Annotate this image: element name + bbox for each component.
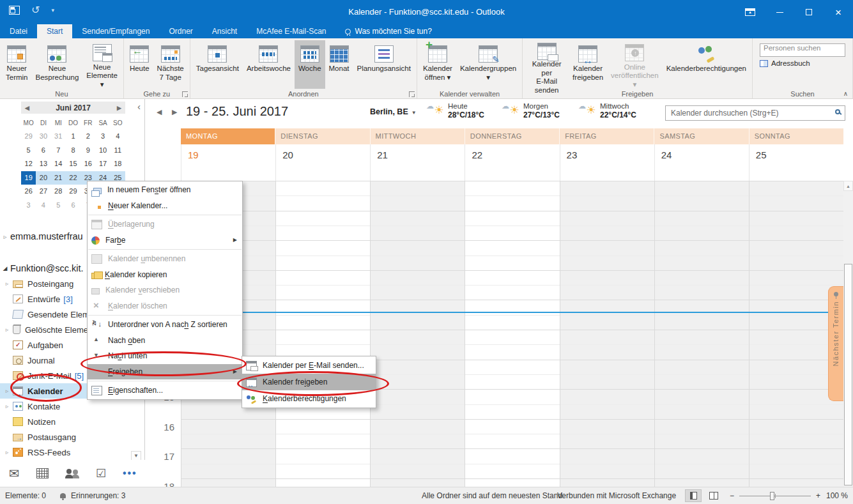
minical-day-1[interactable]: 1 [66, 130, 81, 144]
menu-item-unterordner-von-a-nach-z-sortieren[interactable]: Unterordner von A nach Z sortieren [88, 317, 242, 333]
day-view-button[interactable]: Tagesansicht [192, 40, 243, 89]
people-search-input[interactable]: Personen suchen [760, 43, 845, 57]
cal-share-button[interactable]: Kalender freigeben [569, 40, 607, 89]
day-number-25[interactable]: 25 [749, 144, 843, 181]
tab-ordner[interactable]: Ordner [159, 24, 202, 38]
tasks-nav-icon[interactable]: ☑ [96, 468, 106, 479]
minical-day-16[interactable]: 16 [81, 157, 95, 171]
minical-day-13[interactable]: 13 [36, 157, 50, 171]
close-button[interactable]: × [824, 0, 853, 24]
weather-wednesday[interactable]: ☁☀ Mittwoch22°C/14°C [578, 102, 636, 119]
day-number-24[interactable]: 24 [654, 144, 749, 181]
submenu-item-kalenderberechtigungen[interactable]: Kalenderberechtigungen [242, 390, 376, 407]
sidebar-item-postausgang[interactable]: Postausgang [0, 429, 145, 445]
new-appointment-button[interactable]: Neuer Termin [2, 40, 32, 89]
minical-day-9[interactable]: 9 [81, 144, 95, 158]
minical-day-19[interactable]: 19 [21, 171, 36, 185]
minical-day-5[interactable]: 5 [21, 144, 36, 158]
day-number-23[interactable]: 23 [560, 144, 654, 181]
menu-item-freigeben[interactable]: Freigeben▶ [88, 364, 242, 380]
zoom-out-button[interactable]: − [730, 491, 734, 500]
open-cal-button[interactable]: Kalender öffnen ▾ [419, 40, 456, 89]
expander-icon[interactable]: ◢ [0, 265, 10, 271]
dialog-launcher-icon[interactable] [182, 91, 188, 97]
minical-day-17[interactable]: 17 [95, 157, 110, 171]
day-header-mittwoch[interactable]: MITTWOCH [370, 128, 465, 144]
zoom-level[interactable]: 100 % [826, 491, 848, 500]
tellme-box[interactable]: Was möchten Sie tun? [336, 24, 441, 38]
workweek-button[interactable]: Arbeitswoche [243, 40, 295, 89]
day-column-dienstag[interactable] [275, 181, 370, 487]
minical-day-30[interactable]: 30 [36, 130, 50, 144]
vertical-scrollbar[interactable]: ▲ [843, 181, 853, 487]
minical-day-4[interactable]: 4 [36, 199, 50, 213]
month-button[interactable]: Monat [325, 40, 353, 89]
day-header-montag[interactable]: MONTAG [181, 128, 275, 144]
minical-day-15[interactable]: 15 [66, 157, 81, 171]
expander-icon[interactable]: ▹ [3, 280, 12, 287]
address-book-button[interactable]: Adressbuch [760, 59, 845, 67]
cal-perms-button[interactable]: Kalenderberechtigungen [663, 40, 750, 89]
minical-day-29[interactable]: 29 [21, 130, 36, 144]
day-number-19[interactable]: 19 [181, 144, 275, 181]
calendar-nav-icon[interactable] [36, 468, 49, 478]
menu-item-in-neuem-fenster-öffnen[interactable]: In neuem Fenster öffnen [88, 182, 242, 198]
zoom-slider[interactable] [739, 496, 811, 496]
next-appointment-tab[interactable]: Nächster Termin [828, 286, 843, 401]
minical-day-22[interactable]: 22 [66, 171, 81, 185]
tab-datei[interactable]: Datei [0, 24, 37, 38]
minical-day-8[interactable]: 8 [66, 144, 81, 158]
prev-month-icon[interactable]: ◀ [25, 105, 29, 111]
mail-nav-icon[interactable]: ✉ [9, 466, 20, 481]
day-number-20[interactable]: 20 [275, 144, 370, 181]
minical-day-11[interactable]: 11 [111, 144, 125, 158]
menu-item-kalender-kopieren[interactable]: Kalender kopieren [88, 267, 242, 283]
minical-day-21[interactable]: 21 [51, 171, 66, 185]
cal-groups-button[interactable]: Kalendergruppen ▾ [456, 40, 520, 89]
minical-day-28[interactable]: 28 [51, 185, 66, 199]
next-week-icon[interactable]: ▶ [172, 108, 177, 116]
menu-item-nach-oben[interactable]: Nach oben [88, 333, 242, 349]
new-meeting-button[interactable]: Neue Besprechung [32, 40, 83, 89]
minical-day-18[interactable]: 18 [111, 157, 125, 171]
reading-view-button[interactable] [705, 489, 722, 502]
tab-ansicht[interactable]: Ansicht [203, 24, 247, 38]
expander-icon[interactable]: ▹ [3, 403, 12, 409]
collapse-ribbon-icon[interactable]: ∧ [843, 90, 848, 97]
zoom-in-button[interactable]: + [816, 491, 820, 500]
normal-view-button[interactable] [685, 489, 702, 502]
day-header-sonntag[interactable]: SONNTAG [749, 128, 843, 144]
minical-day-5[interactable]: 5 [51, 199, 66, 213]
submenu-item-kalender-per-e-mail-senden---[interactable]: Kalender per E-Mail senden... [242, 357, 376, 374]
menu-item-neuer-kalender---[interactable]: Neuer Kalender... [88, 198, 242, 214]
sidebar-item-notizen[interactable]: Notizen [0, 414, 145, 429]
expander-icon[interactable]: ▹ [3, 326, 12, 333]
minical-day-14[interactable]: 14 [51, 157, 66, 171]
minical-day-10[interactable]: 10 [95, 144, 110, 158]
search-icon[interactable] [835, 109, 840, 114]
scroll-up-icon[interactable]: ▲ [843, 181, 853, 191]
day-column-mittwoch[interactable] [370, 181, 465, 487]
calendar-search-input[interactable]: Kalender durchsuchen (Strg+E) [665, 105, 845, 121]
weather-location[interactable]: Berlin, BE▼ [370, 107, 417, 116]
expander-icon[interactable]: ▹ [3, 449, 12, 455]
menu-item-farbe[interactable]: Farbe▶ [88, 233, 242, 248]
next-month-icon[interactable]: ▶ [117, 105, 121, 111]
more-nav-icon[interactable]: ••• [123, 468, 137, 479]
dialog-launcher-icon[interactable] [409, 91, 415, 97]
day-number-21[interactable]: 21 [370, 144, 465, 181]
menu-item-eigenschaften---[interactable]: Eigenschaften... [88, 383, 242, 399]
tab-start[interactable]: Start [37, 24, 72, 38]
minical-day-7[interactable]: 7 [51, 144, 66, 158]
submenu-item-kalender-freigeben[interactable]: Kalender freigeben [242, 374, 376, 390]
ribbon-display-options-button[interactable] [735, 0, 765, 24]
week-button[interactable]: Woche [295, 40, 325, 89]
people-nav-icon[interactable] [65, 469, 79, 478]
minical-day-2[interactable]: 2 [81, 130, 95, 144]
zoom-slider-thumb[interactable] [770, 492, 774, 500]
minical-day-3[interactable]: 3 [21, 199, 36, 213]
weather-today[interactable]: ☁☀ Heute28°C/18°C [426, 102, 484, 119]
scrollbar-thumb[interactable] [844, 264, 852, 485]
day-number-22[interactable]: 22 [465, 144, 559, 181]
expander-icon[interactable]: ▹ [3, 388, 12, 394]
